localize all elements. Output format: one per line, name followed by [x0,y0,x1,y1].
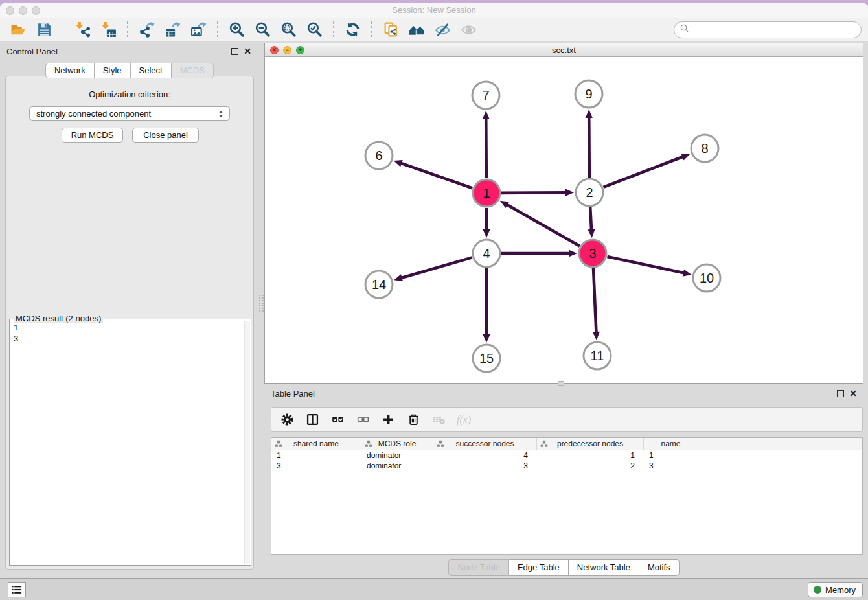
export-network-icon[interactable] [133,19,159,40]
zoom-out-icon[interactable] [249,19,275,40]
window-title: Session: New Session [0,5,868,15]
edge-arrow-2-8 [681,154,690,160]
import-table-icon[interactable] [95,19,121,40]
column-type-icon [437,440,444,450]
control-panel-tabs: NetworkStyleSelectMCDS [0,63,259,78]
vertical-splitter-handle[interactable] [259,295,264,312]
tab-edge-table[interactable]: Edge Table [509,559,569,576]
table-row[interactable]: 1dominator411 [271,450,862,461]
search-box [674,21,862,38]
cell-name[interactable]: 1 [644,450,698,461]
zoom-selected-icon[interactable] [301,19,327,40]
optimization-criterion-select[interactable]: strongly connected component [29,106,230,121]
memory-label: Memory [825,585,856,595]
edge-arrow-1-6 [394,160,403,167]
splitter-handle[interactable] [558,381,564,386]
select-all-columns-icon[interactable] [330,411,345,428]
edge-1-6[interactable] [400,163,472,189]
toolbar-separator [371,21,372,38]
apply-layout-icon[interactable] [339,19,365,40]
save-session-icon[interactable] [31,19,57,40]
table-row[interactable]: 3dominator323 [271,461,862,471]
column-header-successor-nodes[interactable]: successor nodes [433,438,537,450]
hide-selected-icon[interactable] [429,19,455,40]
edge-4-14[interactable] [401,257,472,278]
delete-column-icon[interactable] [405,411,421,428]
mcds-result-text[interactable]: 1 3 [11,322,243,564]
delete-table-icon [431,411,446,428]
mcds-tab-content: Optimization criterion: strongly connect… [5,76,254,570]
tab-node-table[interactable]: Node Table [448,559,509,576]
memory-button[interactable]: Memory [808,582,863,597]
mcds-result-box: MCDS result (2 nodes) 1 3 [9,319,251,566]
column-header-predecessor-nodes[interactable]: predecessor nodes [537,438,644,450]
edge-2-9[interactable] [589,117,589,178]
cell-successor-nodes[interactable]: 3 [433,461,537,471]
cell-shared-name[interactable]: 3 [271,461,361,471]
edge-1-2[interactable] [501,192,567,193]
zoom-in-icon[interactable] [223,19,249,40]
node-label-6: 6 [375,148,382,163]
close-panel-icon[interactable]: ✕ [244,48,251,55]
column-header-MCDS-role[interactable]: MCDS role [361,438,433,450]
edge-arrow-2-9 [586,110,593,118]
float-panel-icon[interactable] [231,48,238,55]
toolbar-separator [63,21,63,38]
column-type-icon [365,440,372,450]
cell-shared-name[interactable]: 1 [271,450,361,461]
edge-3-1[interactable] [506,204,580,246]
node-label-2: 2 [586,185,593,200]
open-session-icon[interactable] [5,19,31,40]
cell-name[interactable]: 3 [644,461,698,471]
edge-arrow-3-10 [683,270,692,277]
export-image-icon[interactable] [185,19,211,40]
table-panel-title: Table Panel [271,389,315,398]
float-table-panel-icon[interactable] [837,390,844,397]
cell-predecessor-nodes[interactable]: 2 [537,461,644,471]
unselect-all-columns-icon[interactable] [355,411,371,428]
task-history-button[interactable] [8,582,26,597]
column-header-name[interactable]: name [644,438,698,450]
node-label-3: 3 [589,246,596,260]
run-mcds-button[interactable]: Run MCDS [62,128,123,143]
network-window-title: scc.txt [265,45,863,55]
svg-text:f(x): f(x) [457,414,471,426]
show-columns-icon[interactable] [304,411,320,428]
export-table-icon[interactable] [159,19,185,40]
table-panel: Table Panel ✕ f(x) shared nameMCDS roles… [264,386,863,575]
table-settings-icon[interactable] [279,411,295,428]
tab-style[interactable]: Style [95,63,131,78]
node-label-7: 7 [482,88,489,102]
zoom-fit-icon[interactable] [275,19,301,40]
ndex-home-icon[interactable] [404,19,429,40]
cell-MCDS-role[interactable]: dominator [361,461,433,471]
list-icon [10,583,23,596]
ndex-network-icon[interactable] [378,19,404,40]
mcds-result-scrollbar[interactable] [244,321,250,564]
tab-select[interactable]: Select [131,63,172,78]
edge-arrow-1-2 [565,189,574,196]
tab-network-table[interactable]: Network Table [569,559,639,576]
edge-3-11[interactable] [593,268,597,333]
network-canvas[interactable]: 7968124314101511 [265,58,863,383]
search-input[interactable] [691,23,861,36]
close-panel-button[interactable]: Close panel [132,128,199,143]
tab-network[interactable]: Network [45,63,95,78]
toolbar-separator [217,21,218,38]
import-network-icon[interactable] [69,19,95,40]
edge-2-8[interactable] [604,157,684,187]
cell-predecessor-nodes[interactable]: 1 [537,450,644,461]
create-column-icon[interactable] [380,411,396,428]
titlebar: Session: New Session [0,3,868,18]
tab-motifs[interactable]: Motifs [639,559,680,576]
edge-3-10[interactable] [608,257,685,273]
edge-1-7[interactable] [486,118,486,178]
cell-MCDS-role[interactable]: dominator [361,450,433,461]
tab-mcds[interactable]: MCDS [172,63,214,78]
close-table-panel-icon[interactable]: ✕ [849,390,857,397]
main-toolbar [0,18,868,41]
column-header-shared-name[interactable]: shared name [271,438,361,450]
edge-2-3[interactable] [590,207,591,231]
toolbar-separator [333,21,334,38]
cell-successor-nodes[interactable]: 4 [433,450,537,461]
